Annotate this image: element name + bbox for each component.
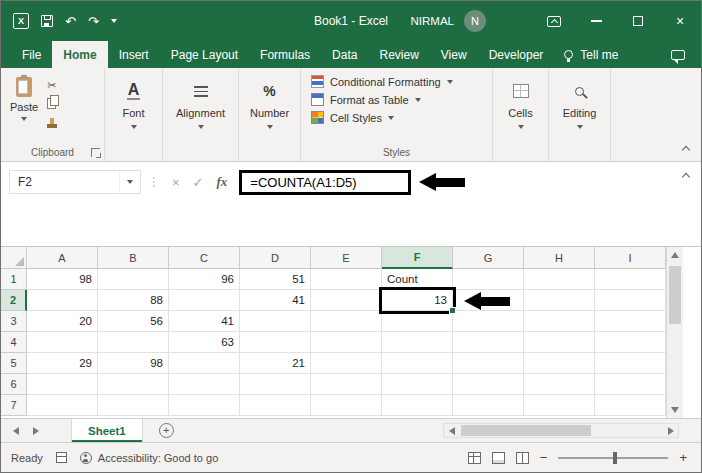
undo-icon[interactable]: ↶ [65,15,76,28]
cell-f1[interactable]: Count [382,269,453,290]
normal-view-icon[interactable] [468,452,481,464]
cancel-icon[interactable]: × [172,175,180,190]
cut-icon[interactable]: ✂ [47,80,56,91]
minimize-button[interactable] [575,1,617,41]
ribbon-group-editing[interactable]: Editing [549,68,611,161]
formula-input[interactable]: =COUNTA(A1:D5) [250,175,356,190]
row-header-1[interactable]: 1 [1,269,27,290]
cell-b4[interactable] [98,332,169,353]
cell-f6[interactable] [382,374,453,395]
customize-quick-access-icon[interactable] [111,19,117,23]
cell-e7[interactable] [311,395,382,416]
cell-c3[interactable]: 41 [169,311,240,332]
ribbon-group-alignment[interactable]: Alignment [163,68,239,161]
cell-c7[interactable] [169,395,240,416]
cell-d3[interactable] [240,311,311,332]
cell-e6[interactable] [311,374,382,395]
cell-c2[interactable] [169,290,240,311]
account-area[interactable]: NIRMAL N [411,10,486,32]
column-header-f[interactable]: F [382,247,453,269]
collapse-ribbon-icon[interactable] [682,146,690,154]
cell-e5[interactable] [311,353,382,374]
column-header-e[interactable]: E [311,247,382,269]
save-icon[interactable] [41,15,53,27]
page-break-view-icon[interactable] [516,452,529,464]
scroll-down-icon[interactable] [667,402,683,418]
conditional-formatting-button[interactable]: Conditional Formatting [311,75,486,88]
cell-h4[interactable] [524,332,595,353]
cell-b2[interactable]: 88 [98,290,169,311]
cell-i7[interactable] [595,395,666,416]
ribbon-group-font[interactable]: A Font [105,68,163,161]
cell-g4[interactable] [453,332,524,353]
horizontal-scrollbar[interactable] [443,423,679,438]
ribbon-display-options-button[interactable] [533,1,575,41]
vertical-scrollbar-thumb[interactable] [669,266,681,324]
cell-h7[interactable] [524,395,595,416]
cell-d2[interactable]: 41 [240,290,311,311]
cell-d7[interactable] [240,395,311,416]
cell-f2[interactable]: 13 [382,290,453,311]
cell-a6[interactable] [27,374,98,395]
cell-e3[interactable] [311,311,382,332]
tab-formulas[interactable]: Formulas [249,41,321,68]
comments-icon[interactable] [671,50,685,60]
cell-g3[interactable] [453,311,524,332]
tab-developer[interactable]: Developer [478,41,555,68]
cell-h1[interactable] [524,269,595,290]
maximize-button[interactable] [617,1,659,41]
column-header-a[interactable]: A [27,247,98,269]
cell-c6[interactable] [169,374,240,395]
cell-i3[interactable] [595,311,666,332]
column-header-d[interactable]: D [240,247,311,269]
tab-view[interactable]: View [430,41,478,68]
zoom-in-icon[interactable]: + [679,451,687,464]
cell-g1[interactable] [453,269,524,290]
horizontal-scrollbar-thumb[interactable] [461,425,591,436]
cell-b5[interactable]: 98 [98,353,169,374]
cell-styles-button[interactable]: Cell Styles [311,111,486,124]
cell-c1[interactable]: 96 [169,269,240,290]
cell-d6[interactable] [240,374,311,395]
cell-b6[interactable] [98,374,169,395]
column-header-h[interactable]: H [524,247,595,269]
cell-i5[interactable] [595,353,666,374]
zoom-slider[interactable] [558,457,668,459]
tab-file[interactable]: File [11,41,52,68]
format-as-table-button[interactable]: Format as Table [311,93,486,106]
name-box[interactable]: F2 [9,170,141,194]
formula-bar-expanded-area[interactable] [1,198,701,248]
cell-e4[interactable] [311,332,382,353]
cell-a3[interactable]: 20 [27,311,98,332]
redo-icon[interactable]: ↷ [88,15,99,28]
tab-page-layout[interactable]: Page Layout [160,41,249,68]
format-painter-icon[interactable] [50,118,54,124]
cell-h6[interactable] [524,374,595,395]
zoom-out-icon[interactable]: − [540,451,548,464]
cell-f4[interactable] [382,332,453,353]
cell-e2[interactable] [311,290,382,311]
cell-d4[interactable] [240,332,311,353]
cell-a5[interactable]: 29 [27,353,98,374]
scroll-right-icon[interactable] [663,427,678,435]
cell-g7[interactable] [453,395,524,416]
column-header-b[interactable]: B [98,247,169,269]
cell-b3[interactable]: 56 [98,311,169,332]
row-header-5[interactable]: 5 [1,353,27,374]
formula-bar-expand-icon[interactable] [682,173,690,181]
cell-c5[interactable] [169,353,240,374]
sheet-tab-sheet1[interactable]: Sheet1 [71,419,143,442]
vertical-scrollbar[interactable] [666,247,683,418]
page-layout-view-icon[interactable] [492,452,505,464]
paste-button[interactable]: Paste [10,77,38,124]
tell-me-button[interactable]: Tell me [554,41,628,68]
column-header-i[interactable]: I [595,247,666,269]
cell-g6[interactable] [453,374,524,395]
cell-a7[interactable] [27,395,98,416]
row-header-6[interactable]: 6 [1,374,27,395]
row-header-2[interactable]: 2 [1,290,27,311]
cell-g5[interactable] [453,353,524,374]
ribbon-group-cells[interactable]: Cells [493,68,549,161]
cell-h5[interactable] [524,353,595,374]
accessibility-status[interactable]: Accessibility: Good to go [80,452,218,464]
